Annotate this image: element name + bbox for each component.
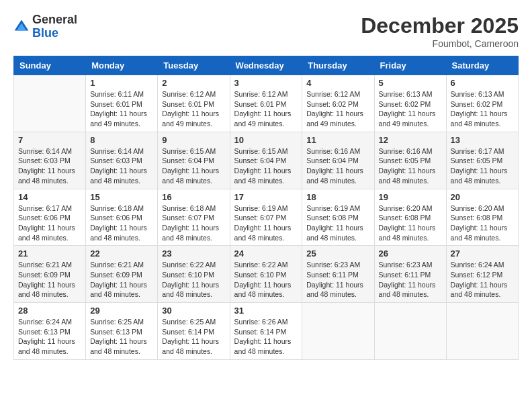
day-number: 23 <box>162 248 225 259</box>
day-info: Sunrise: 6:26 AMSunset: 6:14 PMDaylight:… <box>234 317 298 357</box>
day-info: Sunrise: 6:16 AMSunset: 6:05 PMDaylight:… <box>379 146 442 186</box>
day-info: Sunrise: 6:15 AMSunset: 6:04 PMDaylight:… <box>234 146 298 186</box>
table-row: 15Sunrise: 6:18 AMSunset: 6:06 PMDayligh… <box>86 189 158 246</box>
table-row: 16Sunrise: 6:18 AMSunset: 6:07 PMDayligh… <box>158 189 230 246</box>
table-row: 2Sunrise: 6:12 AMSunset: 6:01 PMDaylight… <box>158 75 230 132</box>
day-info: Sunrise: 6:23 AMSunset: 6:11 PMDaylight:… <box>379 260 442 300</box>
day-number: 30 <box>162 306 225 316</box>
day-info: Sunrise: 6:24 AMSunset: 6:13 PMDaylight:… <box>18 317 81 357</box>
table-row: 18Sunrise: 6:19 AMSunset: 6:08 PMDayligh… <box>302 189 374 246</box>
column-header-monday: Monday <box>86 56 158 75</box>
day-number: 15 <box>90 192 153 202</box>
column-header-wednesday: Wednesday <box>230 56 302 75</box>
day-number: 7 <box>18 135 81 145</box>
day-info: Sunrise: 6:22 AMSunset: 6:10 PMDaylight:… <box>162 260 225 300</box>
day-info: Sunrise: 6:16 AMSunset: 6:04 PMDaylight:… <box>306 146 369 186</box>
table-row: 6Sunrise: 6:13 AMSunset: 6:02 PMDaylight… <box>446 75 518 132</box>
table-row: 26Sunrise: 6:23 AMSunset: 6:11 PMDayligh… <box>374 246 446 303</box>
day-number: 14 <box>18 192 81 202</box>
table-row: 23Sunrise: 6:22 AMSunset: 6:10 PMDayligh… <box>158 246 230 303</box>
day-number: 3 <box>234 78 298 88</box>
day-info: Sunrise: 6:12 AMSunset: 6:02 PMDaylight:… <box>306 89 369 129</box>
table-row: 3Sunrise: 6:12 AMSunset: 6:01 PMDaylight… <box>230 75 302 132</box>
day-number: 31 <box>234 306 298 316</box>
title-block: December 2025 Foumbot, Cameroon <box>361 13 519 49</box>
day-number: 22 <box>90 248 153 259</box>
day-number: 17 <box>234 192 298 202</box>
table-row: 5Sunrise: 6:13 AMSunset: 6:02 PMDaylight… <box>374 75 446 132</box>
day-info: Sunrise: 6:19 AMSunset: 6:08 PMDaylight:… <box>306 203 369 243</box>
day-number: 18 <box>306 192 369 202</box>
day-number: 10 <box>234 135 298 145</box>
logo-icon <box>13 19 30 35</box>
logo: General Blue <box>13 13 77 40</box>
day-number: 4 <box>306 78 369 88</box>
table-row <box>302 303 374 360</box>
column-header-tuesday: Tuesday <box>158 56 230 75</box>
day-number: 12 <box>379 135 442 145</box>
table-row: 1Sunrise: 6:11 AMSunset: 6:01 PMDaylight… <box>86 75 158 132</box>
calendar-week-row: 1Sunrise: 6:11 AMSunset: 6:01 PMDaylight… <box>14 75 519 132</box>
day-info: Sunrise: 6:20 AMSunset: 6:08 PMDaylight:… <box>379 203 442 243</box>
month-title: December 2025 <box>361 13 519 38</box>
table-row <box>446 303 518 360</box>
table-row: 31Sunrise: 6:26 AMSunset: 6:14 PMDayligh… <box>230 303 302 360</box>
table-row: 7Sunrise: 6:14 AMSunset: 6:03 PMDaylight… <box>14 132 86 189</box>
table-row: 20Sunrise: 6:20 AMSunset: 6:08 PMDayligh… <box>446 189 518 246</box>
table-row: 21Sunrise: 6:21 AMSunset: 6:09 PMDayligh… <box>14 246 86 303</box>
day-info: Sunrise: 6:13 AMSunset: 6:02 PMDaylight:… <box>379 89 442 129</box>
table-row: 11Sunrise: 6:16 AMSunset: 6:04 PMDayligh… <box>302 132 374 189</box>
table-row: 24Sunrise: 6:22 AMSunset: 6:10 PMDayligh… <box>230 246 302 303</box>
day-number: 16 <box>162 192 225 202</box>
calendar-week-row: 7Sunrise: 6:14 AMSunset: 6:03 PMDaylight… <box>14 132 519 189</box>
day-number: 9 <box>162 135 225 145</box>
calendar-week-row: 21Sunrise: 6:21 AMSunset: 6:09 PMDayligh… <box>14 246 519 303</box>
calendar-header-row: SundayMondayTuesdayWednesdayThursdayFrid… <box>14 56 519 75</box>
day-number: 20 <box>451 192 514 202</box>
column-header-thursday: Thursday <box>302 56 374 75</box>
logo-general: General <box>32 13 77 27</box>
day-info: Sunrise: 6:21 AMSunset: 6:09 PMDaylight:… <box>18 260 81 300</box>
table-row: 17Sunrise: 6:19 AMSunset: 6:07 PMDayligh… <box>230 189 302 246</box>
table-row: 9Sunrise: 6:15 AMSunset: 6:04 PMDaylight… <box>158 132 230 189</box>
day-info: Sunrise: 6:18 AMSunset: 6:07 PMDaylight:… <box>162 203 225 243</box>
day-number: 24 <box>234 248 298 259</box>
column-header-friday: Friday <box>374 56 446 75</box>
table-row: 27Sunrise: 6:24 AMSunset: 6:12 PMDayligh… <box>446 246 518 303</box>
day-number: 2 <box>162 78 225 88</box>
table-row: 22Sunrise: 6:21 AMSunset: 6:09 PMDayligh… <box>86 246 158 303</box>
location: Foumbot, Cameroon <box>361 38 519 49</box>
day-number: 29 <box>90 306 153 316</box>
table-row: 8Sunrise: 6:14 AMSunset: 6:03 PMDaylight… <box>86 132 158 189</box>
day-info: Sunrise: 6:24 AMSunset: 6:12 PMDaylight:… <box>451 260 514 300</box>
table-row: 30Sunrise: 6:25 AMSunset: 6:14 PMDayligh… <box>158 303 230 360</box>
table-row: 19Sunrise: 6:20 AMSunset: 6:08 PMDayligh… <box>374 189 446 246</box>
logo-text: General Blue <box>32 13 77 40</box>
day-info: Sunrise: 6:23 AMSunset: 6:11 PMDaylight:… <box>306 260 369 300</box>
day-info: Sunrise: 6:25 AMSunset: 6:14 PMDaylight:… <box>162 317 225 357</box>
calendar-table: SundayMondayTuesdayWednesdayThursdayFrid… <box>13 56 519 360</box>
table-row <box>374 303 446 360</box>
logo-blue: Blue <box>32 27 77 40</box>
day-info: Sunrise: 6:13 AMSunset: 6:02 PMDaylight:… <box>451 89 514 129</box>
day-info: Sunrise: 6:14 AMSunset: 6:03 PMDaylight:… <box>90 146 153 186</box>
day-number: 5 <box>379 78 442 88</box>
day-number: 8 <box>90 135 153 145</box>
day-info: Sunrise: 6:14 AMSunset: 6:03 PMDaylight:… <box>18 146 81 186</box>
table-row: 12Sunrise: 6:16 AMSunset: 6:05 PMDayligh… <box>374 132 446 189</box>
day-number: 26 <box>379 248 442 259</box>
table-row: 4Sunrise: 6:12 AMSunset: 6:02 PMDaylight… <box>302 75 374 132</box>
day-info: Sunrise: 6:17 AMSunset: 6:05 PMDaylight:… <box>451 146 514 186</box>
day-info: Sunrise: 6:18 AMSunset: 6:06 PMDaylight:… <box>90 203 153 243</box>
day-number: 27 <box>451 248 514 259</box>
day-number: 25 <box>306 248 369 259</box>
calendar-week-row: 14Sunrise: 6:17 AMSunset: 6:06 PMDayligh… <box>14 189 519 246</box>
day-info: Sunrise: 6:15 AMSunset: 6:04 PMDaylight:… <box>162 146 225 186</box>
day-info: Sunrise: 6:21 AMSunset: 6:09 PMDaylight:… <box>90 260 153 300</box>
table-row: 28Sunrise: 6:24 AMSunset: 6:13 PMDayligh… <box>14 303 86 360</box>
day-info: Sunrise: 6:11 AMSunset: 6:01 PMDaylight:… <box>90 89 153 129</box>
day-number: 13 <box>451 135 514 145</box>
day-number: 1 <box>90 78 153 88</box>
table-row: 13Sunrise: 6:17 AMSunset: 6:05 PMDayligh… <box>446 132 518 189</box>
day-number: 6 <box>451 78 514 88</box>
